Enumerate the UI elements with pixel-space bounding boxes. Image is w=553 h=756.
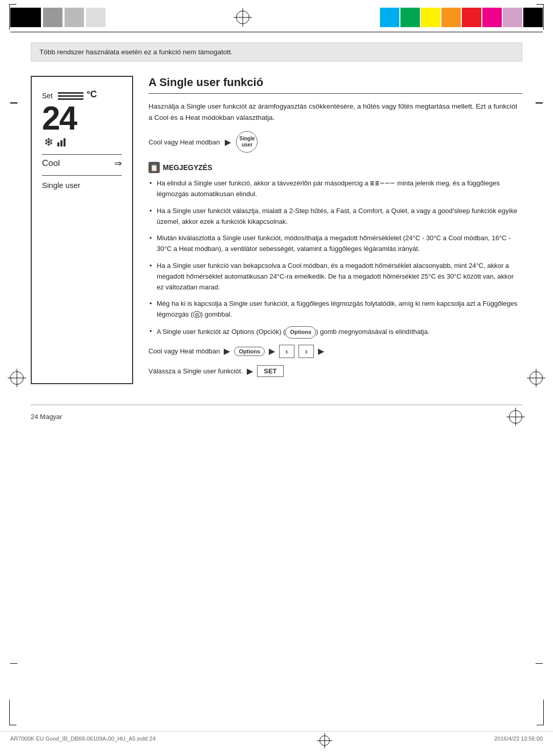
bar2 <box>60 140 62 146</box>
footer-rule <box>31 405 522 405</box>
bar3 <box>63 138 66 146</box>
doc-date: 2016/4/23 13:56:00 <box>494 736 543 746</box>
notice-text: Több rendszer használata esetén ez a fun… <box>39 48 232 56</box>
color-bar-yellow <box>421 8 440 27</box>
right-crosshair-circle <box>529 371 543 385</box>
note-item-5: Még ha ki is kapcsolja a Single user fun… <box>148 299 522 320</box>
note-item-6: A Single user funkciót az Options (Opció… <box>148 326 522 339</box>
top-left-mark <box>9 4 16 30</box>
temp-lines <box>58 92 83 100</box>
device-divider2 <box>42 175 122 176</box>
device-single-user-label: Single user <box>42 181 122 190</box>
dashes-code: ≡≡─── <box>370 179 395 187</box>
color-bars <box>380 8 543 27</box>
device-set-row: Set °C <box>42 85 122 100</box>
right-arrow-button[interactable]: › <box>299 345 314 358</box>
arrow-right-icon-3: ▶ <box>269 346 275 356</box>
arrow-right-icon-5: ▶ <box>247 366 253 376</box>
bottom-instruction-1: Cool vagy Heat módban ▶ Options ▶ ‹ › ▶ <box>148 345 522 358</box>
bottom-right-mark <box>537 700 544 725</box>
device-cool-row: Cool ⇒ <box>42 158 122 169</box>
notice-box: Több rendszer használata esetén ez a fun… <box>31 43 522 61</box>
device-cool-label: Cool <box>42 158 60 169</box>
gray-mark-2 <box>65 8 84 27</box>
color-bar-magenta <box>482 8 502 27</box>
temp-line1 <box>58 92 83 94</box>
note-icon: 📋 <box>148 162 160 173</box>
bottom-instruction-1-label: Cool vagy Heat módban <box>148 347 220 355</box>
temp-line2 <box>58 95 83 97</box>
note-item-2: Ha a Single user funkciót választja, mia… <box>148 206 522 227</box>
note-list: Ha elindul a Single user funkció, akkor … <box>148 178 522 338</box>
note-title-row: 📋 MEGJEGYZÉS <box>148 162 522 173</box>
device-set-label: Set <box>42 92 53 100</box>
mode-instruction-label: Cool vagy Heat módban <box>148 138 220 146</box>
arrow-right-icon-4: ▶ <box>318 346 324 356</box>
arrow-right-icon-2: ▶ <box>224 346 230 356</box>
color-bar-red <box>462 8 481 27</box>
gray-mark-3 <box>86 8 105 27</box>
note-section: 📋 MEGJEGYZÉS Ha elindul a Single user fu… <box>148 162 522 338</box>
side-mark-right2 <box>536 663 543 664</box>
note-item-4: Ha a Single user funkció van bekapcsolva… <box>148 261 522 292</box>
left-crosshair-circle <box>10 371 24 385</box>
color-bar-green <box>400 8 420 27</box>
mode-instruction-1: Cool vagy Heat módban ▶ Singleuser <box>148 131 522 153</box>
arrow-right-icon-1: ▶ <box>225 137 231 147</box>
gray-marks <box>43 8 105 27</box>
bottom-instruction-2: Válassza a Single user funkciót. ▶ SET <box>148 365 522 377</box>
side-mark-left2 <box>10 663 17 664</box>
left-marks <box>10 8 105 27</box>
snowflake-icon: ❄ <box>44 136 53 149</box>
device-divider1 <box>42 154 122 155</box>
doc-id: AR7000K EU Good_IB_DB68-06109A-00_HU_A5.… <box>10 736 156 746</box>
note-title-text: MEGJEGYZÉS <box>163 163 212 172</box>
section-intro: Használja a Single user funkciót az áram… <box>148 101 522 123</box>
wind-icon: ⇒ <box>114 158 122 169</box>
top-rule <box>10 32 543 32</box>
top-marks-area <box>0 0 553 31</box>
footer-bottom: 24 Magyar <box>0 410 553 424</box>
single-user-button[interactable]: Singleuser <box>236 131 258 153</box>
device-temp-unit: °C <box>87 89 97 100</box>
page-number: 24 Magyar <box>31 413 62 421</box>
doc-footer-crosshair <box>320 736 330 746</box>
options-inline-button: Options <box>285 326 316 339</box>
color-bar-orange <box>441 8 461 27</box>
center-crosshair <box>236 11 249 24</box>
main-content: Set °C 24 ❄ Cool ⇒ <box>31 76 522 384</box>
note-item-3: Miután kiválasztotta a Single user funkc… <box>148 233 522 255</box>
color-bar-cyan <box>380 8 399 27</box>
center-crosshair-area <box>236 11 249 24</box>
left-crosshair <box>10 371 24 385</box>
side-mark-left <box>10 102 17 103</box>
top-right-mark <box>537 4 544 30</box>
device-temp-display: 24 <box>42 102 122 135</box>
bottom-left-mark <box>9 700 16 725</box>
doc-footer: AR7000K EU Good_IB_DB68-06109A-00_HU_A5.… <box>0 731 553 746</box>
left-arrow-button[interactable]: ‹ <box>279 345 294 358</box>
set-button[interactable]: SET <box>257 365 283 377</box>
wind-symbol: ⊜ <box>193 311 201 318</box>
device-icons-row: ❄ <box>44 136 122 149</box>
signal-bars <box>57 138 66 146</box>
bar1 <box>57 142 59 146</box>
color-bar-pink <box>503 8 522 27</box>
section-title: A Single user funkció <box>148 76 522 94</box>
note-item-1: Ha elindul a Single user funkció, akkor … <box>148 178 522 200</box>
bottom-instruction-2-label: Válassza a Single user funkciót. <box>148 367 243 375</box>
side-mark-right <box>536 102 543 103</box>
device-panel: Set °C 24 ❄ Cool ⇒ <box>31 76 133 384</box>
footer-crosshair <box>509 410 522 424</box>
right-crosshair <box>529 371 543 385</box>
device-temp-number: 24 <box>42 102 76 135</box>
text-panel: A Single user funkció Használja a Single… <box>148 76 522 384</box>
gray-mark-1 <box>43 8 62 27</box>
options-button[interactable]: Options <box>234 347 265 356</box>
